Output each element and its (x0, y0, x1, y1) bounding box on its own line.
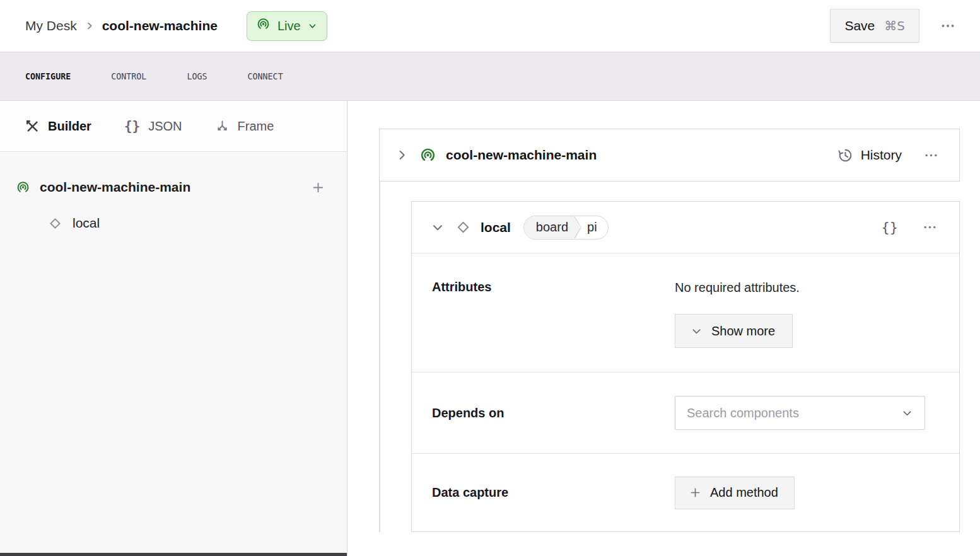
tree-item-machine-part-label: cool-new-machine-main (40, 180, 190, 195)
tree-item-local[interactable]: local (0, 207, 347, 240)
status-chevron-down-icon (308, 21, 317, 31)
header-overflow-menu-button[interactable] (935, 13, 961, 39)
add-method-label: Add method (710, 485, 778, 500)
add-component-button[interactable] (308, 178, 328, 197)
attributes-empty-text: No required attributes. (675, 279, 800, 296)
ellipsis-icon (940, 18, 956, 34)
attributes-label: Attributes (432, 279, 675, 348)
breadcrumb-current-machine: cool-new-machine (102, 18, 218, 33)
tab-control[interactable]: CONTROL (111, 68, 146, 85)
ellipsis-icon (922, 219, 938, 235)
breadcrumb-parent-link[interactable]: My Desk (25, 18, 77, 33)
live-broadcast-icon (256, 17, 271, 35)
history-button[interactable]: History (837, 147, 902, 164)
component-diamond-icon (47, 216, 63, 231)
machine-part-card: cool-new-machine-main History (379, 129, 960, 182)
config-sidebar: Builder {} JSON Frame (0, 101, 347, 556)
breadcrumb-separator-icon (85, 21, 95, 31)
component-card-title: local (481, 220, 511, 235)
mode-json-button[interactable]: {} JSON (124, 119, 182, 134)
save-button[interactable]: Save ⌘S (830, 9, 919, 43)
tab-configure[interactable]: CONFIGURE (25, 68, 71, 85)
part-card-expand-button[interactable] (394, 147, 410, 163)
depends-on-select[interactable]: Search components (675, 396, 925, 430)
save-button-label: Save (844, 18, 875, 33)
machine-status-badge[interactable]: Live (247, 11, 327, 41)
tab-logs[interactable]: LOGS (187, 68, 207, 85)
nesting-connector-line (379, 182, 380, 532)
plus-icon (689, 486, 702, 499)
braces-icon: {} (882, 219, 899, 235)
component-card-local: local board pi {} (411, 201, 960, 532)
data-capture-section: Data capture Add method (412, 453, 959, 531)
mode-builder-label: Builder (48, 119, 91, 134)
component-card-header: local board pi {} (412, 202, 959, 253)
header-actions: Save ⌘S (830, 9, 961, 43)
chevron-right-icon (395, 148, 409, 162)
plus-icon (311, 180, 325, 195)
show-more-label: Show more (711, 324, 775, 339)
chevron-down-icon (431, 221, 445, 235)
chevron-down-icon (901, 407, 913, 419)
part-card-title: cool-new-machine-main (446, 148, 597, 163)
data-capture-label: Data capture (432, 485, 675, 500)
builder-tools-icon (25, 119, 40, 134)
machine-tree: cool-new-machine-main local (0, 152, 347, 240)
component-model-label: pi (581, 220, 608, 235)
depends-on-placeholder: Search components (687, 406, 799, 420)
component-collapse-button[interactable] (429, 219, 446, 236)
mode-json-label: JSON (148, 119, 182, 134)
component-type-label: board (524, 216, 581, 239)
view-mode-toolbar: Builder {} JSON Frame (0, 101, 347, 152)
depends-on-label: Depends on (432, 406, 675, 420)
tree-item-machine-part[interactable]: cool-new-machine-main (0, 171, 347, 204)
part-broadcast-icon (419, 147, 436, 164)
live-status-label: Live (277, 19, 301, 33)
breadcrumb: My Desk cool-new-machine Live (25, 11, 327, 41)
component-menu-button[interactable] (917, 214, 943, 240)
json-braces-icon: {} (124, 119, 140, 134)
mode-builder-button[interactable]: Builder (25, 119, 91, 134)
tab-connect[interactable]: CONNECT (248, 68, 283, 85)
frame-axes-icon (215, 119, 230, 134)
part-card-menu-button[interactable] (918, 142, 944, 168)
part-card-actions: History (837, 142, 944, 168)
mode-frame-label: Frame (238, 119, 274, 134)
mode-frame-button[interactable]: Frame (215, 119, 274, 134)
history-label: History (861, 148, 902, 163)
attributes-section: Attributes No required attributes. Show … (412, 253, 959, 372)
history-clock-icon (837, 147, 854, 164)
machine-part-broadcast-icon (16, 180, 30, 195)
depends-on-section: Depends on Search components (412, 372, 959, 453)
chevron-down-icon (691, 325, 703, 337)
component-card-actions: {} (879, 214, 943, 240)
save-shortcut-hint: ⌘S (884, 18, 905, 33)
add-method-button[interactable]: Add method (675, 477, 795, 509)
component-json-button[interactable]: {} (879, 217, 901, 238)
primary-tab-bar: CONFIGURE CONTROL LOGS CONNECT (0, 52, 980, 101)
component-type-chip: board pi (523, 216, 609, 240)
tree-item-local-label: local (73, 216, 100, 231)
ellipsis-icon (923, 148, 939, 163)
configure-main-panel: cool-new-machine-main History (347, 101, 980, 556)
show-more-button[interactable]: Show more (675, 314, 793, 348)
top-header: My Desk cool-new-machine Live Save ⌘S (0, 0, 980, 52)
sidebar-bottom-divider (0, 553, 347, 556)
component-diamond-icon (455, 219, 472, 236)
